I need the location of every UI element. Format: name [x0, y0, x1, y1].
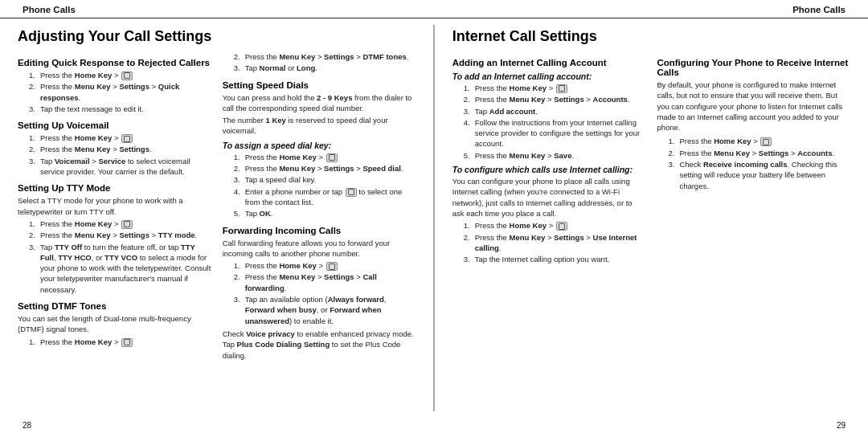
home-key-icon [326, 262, 338, 271]
list-item: 2.Press the Menu Key > Settings > Use In… [464, 232, 646, 254]
home-key-icon [556, 84, 567, 93]
home-key-icon [121, 220, 133, 229]
list-item: 1.Press the Home Key > [668, 136, 850, 146]
right-col-1: Adding an Internet Calling Account To ad… [452, 51, 646, 265]
section-forwarding: Forwarding Incoming Calls [223, 226, 416, 235]
home-key-icon [326, 153, 338, 162]
dtmf-intro: You can set the length of Dual-tone mult… [18, 313, 211, 335]
list-item: 3.Tap an available option (Always forwar… [234, 294, 416, 326]
header-right: Phone Calls [792, 5, 845, 14]
list-item: 4.Follow the instructions from your Inte… [464, 117, 646, 149]
section-configure-receive: Configuring Your Phone to Receive Intern… [657, 58, 850, 77]
list-item: 1.Press the Home Key > [234, 152, 416, 162]
list-item: 1.Press the Home Key > [464, 83, 646, 93]
list-item: 3.Tap a speed dial key. [234, 174, 416, 185]
section-tty: Setting Up TTY Mode [18, 183, 211, 193]
configure-receive-intro: By default, your phone is configured to … [657, 80, 850, 133]
section-adding-account: Adding an Internet Calling Account [452, 58, 646, 67]
list-item: 2.Press the Menu Key > Settings. [29, 144, 211, 154]
list-item: 5.Press the Menu Key > Save. [464, 150, 646, 161]
configure-calls-subsection: To configure which calls use Internet ca… [452, 165, 646, 174]
home-key-icon [121, 338, 133, 347]
list-item: 2.Press the Menu Key > Settings > DTMF t… [234, 51, 416, 62]
section-dtmf: Setting DTMF Tones [18, 301, 211, 311]
section-speed-dials: Setting Speed Dials [223, 80, 416, 90]
list-item: 1.Press the Home Key > [234, 260, 416, 271]
header-left: Phone Calls [23, 5, 76, 14]
list-item: 1.Press the Home Key > [464, 220, 646, 231]
speed-dials-intro: You can press and hold the 2 - 9 Keys fr… [223, 92, 416, 114]
list-item: 2.Press the Menu Key > Settings > Call f… [234, 272, 416, 293]
forwarding-intro: Call forwarding feature allows you to fo… [223, 238, 416, 259]
list-item: 2.Press the Menu Key > Settings > Accoun… [668, 148, 850, 158]
left-page: Adjusting Your Call Settings Editing Qui… [0, 18, 433, 418]
left-col-1: Editing Quick Response to Rejected Calle… [18, 51, 211, 362]
section-editing-quick: Editing Quick Response to Rejected Calle… [18, 58, 211, 67]
left-col-2: 2.Press the Menu Key > Settings > DTMF t… [223, 51, 416, 362]
right-page-title: Internet Call Settings [452, 28, 850, 45]
list-item: 4.Enter a phone number or tap to select … [234, 186, 416, 208]
home-key-icon [556, 222, 567, 231]
home-key-icon [121, 71, 133, 80]
right-col-2: Configuring Your Phone to Receive Intern… [657, 51, 850, 265]
list-item: 3.Tap Add account. [464, 106, 646, 116]
section-voicemail: Setting Up Voicemail [18, 121, 211, 130]
list-item: 1.Press the Home Key > [29, 219, 211, 229]
page-numbers: 28 29 [0, 418, 868, 433]
right-page: Internet Call Settings Adding an Interne… [435, 18, 868, 418]
list-item: 1.Press the Home Key > [29, 337, 211, 347]
list-item: 3.Check Receive incoming calls. Checking… [668, 159, 850, 191]
speed-dials-note: The number 1 Key is reserved to speed di… [223, 115, 416, 137]
page-header: Phone Calls Phone Calls [0, 0, 868, 18]
list-item: 1.Press the Home Key > [29, 70, 211, 80]
home-key-icon [121, 134, 133, 143]
contact-icon [346, 188, 357, 197]
speed-dials-subsection: To assign a speed dial key: [223, 141, 416, 150]
list-item: 2.Press the Menu Key > Settings > TTY mo… [29, 230, 211, 240]
list-item: 3.Tap Normal or Long. [234, 63, 416, 73]
list-item: 3.Tap the text message to edit it. [29, 104, 211, 114]
left-page-title: Adjusting Your Call Settings [18, 28, 416, 45]
list-item: 1.Press the Home Key > [29, 133, 211, 143]
list-item: 2.Press the Menu Key > Settings > Speed … [234, 163, 416, 174]
list-item: 3.Tap TTY Off to turn the feature off, o… [29, 242, 211, 295]
list-item: 3.Tap the Internet calling option you wa… [464, 254, 646, 264]
configure-calls-intro: You can configure your phone to place al… [452, 176, 646, 219]
add-account-subsection: To add an Internet calling account: [452, 71, 646, 81]
page-num-left: 28 [23, 421, 31, 430]
list-item: 2.Press the Menu Key > Settings > Quick … [29, 81, 211, 103]
list-item: 2.Press the Menu Key > Settings > Accoun… [464, 94, 646, 104]
tty-intro: Select a TTY mode for your phone to work… [18, 195, 211, 217]
forwarding-footer: Check Voice privacy to enable enhanced p… [223, 329, 416, 361]
home-key-icon [760, 137, 772, 146]
page-num-right: 29 [837, 421, 845, 430]
list-item: 5.Tap OK. [234, 208, 416, 219]
list-item: 3.Tap Voicemail > Service to select voic… [29, 156, 211, 178]
